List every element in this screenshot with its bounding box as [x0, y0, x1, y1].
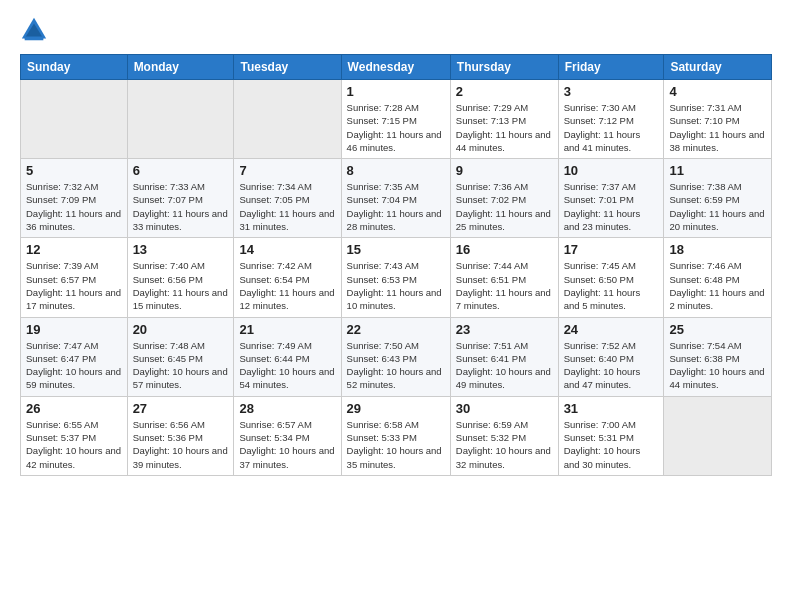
calendar-cell: 13Sunrise: 7:40 AMSunset: 6:56 PMDayligh…: [127, 238, 234, 317]
day-number: 24: [564, 322, 659, 337]
day-number: 18: [669, 242, 766, 257]
day-number: 12: [26, 242, 122, 257]
calendar-cell: 11Sunrise: 7:38 AMSunset: 6:59 PMDayligh…: [664, 159, 772, 238]
day-number: 25: [669, 322, 766, 337]
calendar-cell: 17Sunrise: 7:45 AMSunset: 6:50 PMDayligh…: [558, 238, 664, 317]
day-number: 19: [26, 322, 122, 337]
calendar-cell: 15Sunrise: 7:43 AMSunset: 6:53 PMDayligh…: [341, 238, 450, 317]
day-number: 29: [347, 401, 445, 416]
day-info: Sunrise: 7:47 AMSunset: 6:47 PMDaylight:…: [26, 339, 122, 392]
calendar-cell: 22Sunrise: 7:50 AMSunset: 6:43 PMDayligh…: [341, 317, 450, 396]
day-info: Sunrise: 6:58 AMSunset: 5:33 PMDaylight:…: [347, 418, 445, 471]
svg-rect-2: [25, 37, 44, 41]
day-number: 13: [133, 242, 229, 257]
day-info: Sunrise: 7:39 AMSunset: 6:57 PMDaylight:…: [26, 259, 122, 312]
calendar-week-2: 5Sunrise: 7:32 AMSunset: 7:09 PMDaylight…: [21, 159, 772, 238]
day-info: Sunrise: 7:00 AMSunset: 5:31 PMDaylight:…: [564, 418, 659, 471]
day-number: 7: [239, 163, 335, 178]
calendar-week-5: 26Sunrise: 6:55 AMSunset: 5:37 PMDayligh…: [21, 396, 772, 475]
day-info: Sunrise: 7:35 AMSunset: 7:04 PMDaylight:…: [347, 180, 445, 233]
calendar-cell: 2Sunrise: 7:29 AMSunset: 7:13 PMDaylight…: [450, 80, 558, 159]
calendar-cell: 19Sunrise: 7:47 AMSunset: 6:47 PMDayligh…: [21, 317, 128, 396]
calendar-cell: 25Sunrise: 7:54 AMSunset: 6:38 PMDayligh…: [664, 317, 772, 396]
day-info: Sunrise: 6:59 AMSunset: 5:32 PMDaylight:…: [456, 418, 553, 471]
calendar-cell: [127, 80, 234, 159]
day-number: 21: [239, 322, 335, 337]
logo-icon: [20, 16, 48, 44]
day-number: 26: [26, 401, 122, 416]
day-number: 8: [347, 163, 445, 178]
calendar-cell: 30Sunrise: 6:59 AMSunset: 5:32 PMDayligh…: [450, 396, 558, 475]
calendar-cell: 28Sunrise: 6:57 AMSunset: 5:34 PMDayligh…: [234, 396, 341, 475]
calendar-cell: 7Sunrise: 7:34 AMSunset: 7:05 PMDaylight…: [234, 159, 341, 238]
day-number: 9: [456, 163, 553, 178]
column-header-thursday: Thursday: [450, 55, 558, 80]
calendar-cell: 14Sunrise: 7:42 AMSunset: 6:54 PMDayligh…: [234, 238, 341, 317]
calendar-cell: 21Sunrise: 7:49 AMSunset: 6:44 PMDayligh…: [234, 317, 341, 396]
day-info: Sunrise: 7:54 AMSunset: 6:38 PMDaylight:…: [669, 339, 766, 392]
calendar-cell: 8Sunrise: 7:35 AMSunset: 7:04 PMDaylight…: [341, 159, 450, 238]
day-info: Sunrise: 7:45 AMSunset: 6:50 PMDaylight:…: [564, 259, 659, 312]
calendar-cell: 9Sunrise: 7:36 AMSunset: 7:02 PMDaylight…: [450, 159, 558, 238]
calendar-cell: [21, 80, 128, 159]
calendar-cell: 26Sunrise: 6:55 AMSunset: 5:37 PMDayligh…: [21, 396, 128, 475]
day-info: Sunrise: 7:33 AMSunset: 7:07 PMDaylight:…: [133, 180, 229, 233]
calendar-week-1: 1Sunrise: 7:28 AMSunset: 7:15 PMDaylight…: [21, 80, 772, 159]
day-number: 6: [133, 163, 229, 178]
day-info: Sunrise: 7:32 AMSunset: 7:09 PMDaylight:…: [26, 180, 122, 233]
day-number: 28: [239, 401, 335, 416]
day-number: 16: [456, 242, 553, 257]
day-number: 11: [669, 163, 766, 178]
calendar-cell: 1Sunrise: 7:28 AMSunset: 7:15 PMDaylight…: [341, 80, 450, 159]
day-info: Sunrise: 7:29 AMSunset: 7:13 PMDaylight:…: [456, 101, 553, 154]
day-info: Sunrise: 7:52 AMSunset: 6:40 PMDaylight:…: [564, 339, 659, 392]
day-number: 2: [456, 84, 553, 99]
day-info: Sunrise: 7:48 AMSunset: 6:45 PMDaylight:…: [133, 339, 229, 392]
calendar-cell: [234, 80, 341, 159]
header: [20, 16, 772, 44]
calendar: SundayMondayTuesdayWednesdayThursdayFrid…: [20, 54, 772, 476]
column-header-tuesday: Tuesday: [234, 55, 341, 80]
day-number: 10: [564, 163, 659, 178]
calendar-cell: 18Sunrise: 7:46 AMSunset: 6:48 PMDayligh…: [664, 238, 772, 317]
day-number: 5: [26, 163, 122, 178]
day-info: Sunrise: 7:42 AMSunset: 6:54 PMDaylight:…: [239, 259, 335, 312]
day-number: 27: [133, 401, 229, 416]
column-header-monday: Monday: [127, 55, 234, 80]
day-info: Sunrise: 6:56 AMSunset: 5:36 PMDaylight:…: [133, 418, 229, 471]
day-info: Sunrise: 7:37 AMSunset: 7:01 PMDaylight:…: [564, 180, 659, 233]
calendar-cell: 3Sunrise: 7:30 AMSunset: 7:12 PMDaylight…: [558, 80, 664, 159]
day-number: 20: [133, 322, 229, 337]
day-info: Sunrise: 7:34 AMSunset: 7:05 PMDaylight:…: [239, 180, 335, 233]
day-info: Sunrise: 7:49 AMSunset: 6:44 PMDaylight:…: [239, 339, 335, 392]
column-header-wednesday: Wednesday: [341, 55, 450, 80]
calendar-cell: [664, 396, 772, 475]
day-info: Sunrise: 7:31 AMSunset: 7:10 PMDaylight:…: [669, 101, 766, 154]
day-info: Sunrise: 6:55 AMSunset: 5:37 PMDaylight:…: [26, 418, 122, 471]
day-info: Sunrise: 7:51 AMSunset: 6:41 PMDaylight:…: [456, 339, 553, 392]
calendar-week-4: 19Sunrise: 7:47 AMSunset: 6:47 PMDayligh…: [21, 317, 772, 396]
day-info: Sunrise: 7:30 AMSunset: 7:12 PMDaylight:…: [564, 101, 659, 154]
calendar-week-3: 12Sunrise: 7:39 AMSunset: 6:57 PMDayligh…: [21, 238, 772, 317]
day-info: Sunrise: 7:44 AMSunset: 6:51 PMDaylight:…: [456, 259, 553, 312]
calendar-cell: 6Sunrise: 7:33 AMSunset: 7:07 PMDaylight…: [127, 159, 234, 238]
calendar-cell: 4Sunrise: 7:31 AMSunset: 7:10 PMDaylight…: [664, 80, 772, 159]
calendar-cell: 5Sunrise: 7:32 AMSunset: 7:09 PMDaylight…: [21, 159, 128, 238]
day-info: Sunrise: 7:36 AMSunset: 7:02 PMDaylight:…: [456, 180, 553, 233]
calendar-cell: 29Sunrise: 6:58 AMSunset: 5:33 PMDayligh…: [341, 396, 450, 475]
day-number: 1: [347, 84, 445, 99]
day-number: 4: [669, 84, 766, 99]
logo: [20, 16, 52, 44]
day-number: 30: [456, 401, 553, 416]
day-number: 15: [347, 242, 445, 257]
calendar-cell: 24Sunrise: 7:52 AMSunset: 6:40 PMDayligh…: [558, 317, 664, 396]
calendar-cell: 20Sunrise: 7:48 AMSunset: 6:45 PMDayligh…: [127, 317, 234, 396]
calendar-header-row: SundayMondayTuesdayWednesdayThursdayFrid…: [21, 55, 772, 80]
column-header-friday: Friday: [558, 55, 664, 80]
day-info: Sunrise: 7:38 AMSunset: 6:59 PMDaylight:…: [669, 180, 766, 233]
calendar-cell: 23Sunrise: 7:51 AMSunset: 6:41 PMDayligh…: [450, 317, 558, 396]
column-header-saturday: Saturday: [664, 55, 772, 80]
page: SundayMondayTuesdayWednesdayThursdayFrid…: [0, 0, 792, 612]
day-info: Sunrise: 7:46 AMSunset: 6:48 PMDaylight:…: [669, 259, 766, 312]
calendar-cell: 12Sunrise: 7:39 AMSunset: 6:57 PMDayligh…: [21, 238, 128, 317]
